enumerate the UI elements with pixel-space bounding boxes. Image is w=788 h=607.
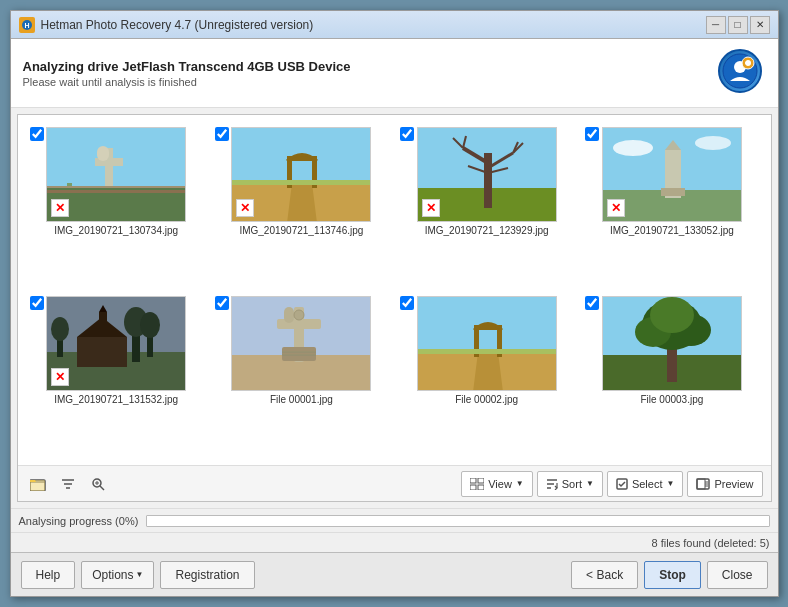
svg-line-83: [100, 486, 104, 490]
list-item: File 00003.jpg: [581, 292, 762, 457]
svg-rect-22: [232, 180, 371, 185]
svg-rect-43: [77, 337, 127, 367]
analysis-title: Analyzing drive JetFlash Transcend 4GB U…: [23, 59, 351, 74]
svg-rect-38: [661, 188, 685, 196]
close-button[interactable]: ✕: [750, 16, 770, 34]
analysis-subtitle: Please wait until analysis is finished: [23, 76, 351, 88]
list-item: File 00001.jpg: [211, 292, 392, 457]
photo-label-3: IMG_20190721_123929.jpg: [425, 225, 549, 236]
svg-rect-57: [284, 307, 294, 323]
svg-rect-11: [97, 146, 109, 161]
svg-point-39: [613, 140, 653, 156]
svg-point-40: [695, 136, 731, 150]
svg-point-76: [650, 297, 694, 333]
photo-thumb-8[interactable]: [602, 296, 742, 391]
select-button[interactable]: Select ▼: [607, 471, 684, 497]
svg-point-52: [51, 317, 69, 341]
sort-label: Sort: [562, 478, 582, 490]
photo-label-1: IMG_20190721_130734.jpg: [54, 225, 178, 236]
list-item: ✕ IMG_20190721_133052.jpg: [581, 123, 762, 288]
logo-circle: [718, 49, 762, 93]
options-arrow: ▼: [136, 570, 144, 579]
delete-mark-1: ✕: [51, 199, 69, 217]
options-button[interactable]: Options ▼: [81, 561, 154, 589]
help-button[interactable]: Help: [21, 561, 76, 589]
svg-rect-14: [47, 190, 186, 193]
sort-button[interactable]: Sort ▼: [537, 471, 603, 497]
photo-checkbox-8[interactable]: [585, 296, 599, 310]
minimize-button[interactable]: ─: [706, 16, 726, 34]
back-button[interactable]: < Back: [571, 561, 638, 589]
preview-button[interactable]: Preview: [687, 471, 762, 497]
title-bar: H Hetman Photo Recovery 4.7 (Unregistere…: [11, 11, 778, 39]
svg-rect-59: [282, 347, 316, 361]
options-label: Options: [92, 568, 133, 582]
svg-rect-96: [697, 479, 705, 489]
svg-marker-65: [473, 352, 503, 391]
toolbar-area: View ▼ Sort ▼: [18, 465, 771, 501]
close-button-footer[interactable]: Close: [707, 561, 768, 589]
photo-checkbox-2[interactable]: [215, 127, 229, 141]
progress-label: Analysing progress (0%): [19, 515, 139, 527]
delete-mark-5: ✕: [51, 368, 69, 386]
header-text: Analyzing drive JetFlash Transcend 4GB U…: [23, 59, 351, 88]
photo-checkbox-4[interactable]: [585, 127, 599, 141]
svg-rect-78: [30, 480, 45, 491]
main-window: H Hetman Photo Recovery 4.7 (Unregistere…: [10, 10, 779, 597]
select-label: Select: [632, 478, 663, 490]
photo-checkbox-5[interactable]: [30, 296, 44, 310]
photo-grid: ✕ IMG_20190721_130734.jpg: [18, 115, 771, 465]
toolbar-right: View ▼ Sort ▼: [461, 471, 762, 497]
window-controls: ─ □ ✕: [706, 16, 770, 34]
svg-rect-89: [478, 485, 484, 490]
title-bar-left: H Hetman Photo Recovery 4.7 (Unregistere…: [19, 17, 314, 33]
photo-thumb-5[interactable]: ✕: [46, 296, 186, 391]
photo-checkbox-6[interactable]: [215, 296, 229, 310]
folder-icon-button[interactable]: [26, 472, 50, 496]
sort-dropdown-arrow: ▼: [586, 479, 594, 488]
svg-rect-87: [478, 478, 484, 483]
photo-checkbox-3[interactable]: [400, 127, 414, 141]
svg-rect-86: [470, 478, 476, 483]
view-button[interactable]: View ▼: [461, 471, 533, 497]
registration-button[interactable]: Registration: [160, 561, 254, 589]
svg-point-50: [140, 312, 160, 338]
view-label: View: [488, 478, 512, 490]
photo-thumb-6[interactable]: [231, 296, 371, 391]
photo-label-2: IMG_20190721_113746.jpg: [239, 225, 363, 236]
photo-thumb-3[interactable]: ✕: [417, 127, 557, 222]
photo-thumb-7[interactable]: [417, 296, 557, 391]
photo-label-4: IMG_20190721_133052.jpg: [610, 225, 734, 236]
select-dropdown-arrow: ▼: [666, 479, 674, 488]
preview-label: Preview: [714, 478, 753, 490]
filter-icon-button[interactable]: [56, 472, 80, 496]
list-item: ✕ IMG_20190721_123929.jpg: [396, 123, 577, 288]
window-title: Hetman Photo Recovery 4.7 (Unregistered …: [41, 18, 314, 32]
svg-rect-45: [99, 312, 107, 324]
status-bar: 8 files found (deleted: 5): [11, 532, 778, 552]
progress-area: Analysing progress (0%): [11, 508, 778, 532]
svg-marker-18: [287, 183, 317, 222]
app-logo: [718, 49, 766, 97]
photo-label-6: File 00001.jpg: [270, 394, 333, 405]
toolbar-left: [26, 472, 458, 496]
svg-text:H: H: [24, 22, 29, 29]
delete-mark-2: ✕: [236, 199, 254, 217]
list-item: ✕ IMG_20190721_113746.jpg: [211, 123, 392, 288]
photo-label-5: IMG_20190721_131532.jpg: [54, 394, 178, 405]
view-dropdown-arrow: ▼: [516, 479, 524, 488]
maximize-button[interactable]: □: [728, 16, 748, 34]
zoom-icon-button[interactable]: [86, 472, 110, 496]
photo-thumb-4[interactable]: ✕: [602, 127, 742, 222]
list-item: ✕ IMG_20190721_130734.jpg: [26, 123, 207, 288]
app-icon: H: [19, 17, 35, 33]
photo-checkbox-1[interactable]: [30, 127, 44, 141]
photo-thumb-1[interactable]: ✕: [46, 127, 186, 222]
list-item: File 00002.jpg: [396, 292, 577, 457]
photo-label-8: File 00003.jpg: [640, 394, 703, 405]
footer-area: Help Options ▼ Registration < Back Stop …: [11, 552, 778, 596]
photo-thumb-2[interactable]: ✕: [231, 127, 371, 222]
photo-checkbox-7[interactable]: [400, 296, 414, 310]
progress-bar-container: [146, 515, 769, 527]
stop-button[interactable]: Stop: [644, 561, 701, 589]
